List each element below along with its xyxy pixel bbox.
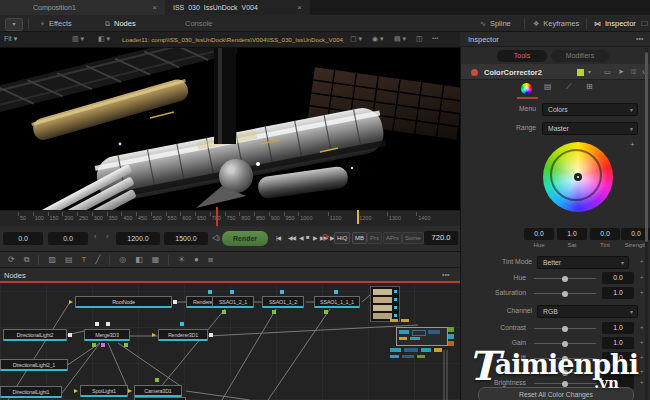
viewer-lut-dropdown[interactable]: ▢ ▾	[350, 35, 362, 43]
color-wheel[interactable]	[543, 142, 613, 212]
text-tool-icon[interactable]: T	[82, 255, 87, 264]
keyframe-dot-icon[interactable]: +	[640, 324, 644, 330]
lock-icon[interactable]: ⚿	[631, 68, 636, 76]
chevron-down-icon[interactable]: ▾	[588, 68, 591, 75]
range-start-field[interactable]: 1200.0	[116, 232, 160, 245]
prev-key-button[interactable]: ‹	[94, 233, 96, 240]
effects-button[interactable]: ⚡ Effects	[40, 17, 72, 30]
node-output-pin[interactable]	[173, 300, 177, 304]
layer-select-dropdown[interactable]: ▥ ▾	[72, 35, 84, 43]
contrast-slider-thumb[interactable]	[562, 326, 568, 332]
lift-slider-track[interactable]	[534, 358, 596, 359]
background-tool-icon[interactable]: ▨	[48, 255, 56, 264]
keyframe-dot-icon[interactable]: +	[640, 274, 644, 280]
next-key-button[interactable]: ›	[106, 233, 108, 240]
hue-slider-track[interactable]	[534, 278, 596, 279]
sat-value-box[interactable]: 1.0	[557, 228, 587, 240]
viewer-more-menu[interactable]: •••	[432, 35, 438, 41]
render-button[interactable]: Render	[222, 231, 268, 246]
nodes-button[interactable]: ⧉ Nodes	[105, 17, 136, 30]
keyframes-button[interactable]: ❖ Keyframes	[533, 17, 579, 30]
node-rootnode[interactable]: RootNode	[75, 296, 172, 308]
playhead[interactable]	[216, 207, 218, 226]
hue-value-box[interactable]: 0.0	[524, 228, 554, 240]
gamma-slider-thumb[interactable]	[562, 370, 568, 376]
node-graph[interactable]: RootNode Renderer3D1_3 SSAO1_2_1 SSAO1_1…	[0, 285, 460, 400]
timeline-marker-1200[interactable]	[357, 210, 359, 224]
tab-composition1[interactable]: Composition1 ×	[25, 0, 165, 15]
gain-slider-thumb[interactable]	[562, 341, 568, 347]
split-view-icon[interactable]: ◫	[416, 35, 423, 43]
tool-color-dot[interactable]	[471, 69, 478, 76]
inspector-scrollbar[interactable]	[645, 48, 648, 400]
node-directionallight1[interactable]: DirectionalLight1	[0, 386, 62, 398]
timeline-ruler[interactable]: 5010015020025030035040045050055060065070…	[0, 210, 460, 226]
node-output-pin[interactable]	[209, 333, 213, 337]
tab-tools[interactable]: Tools	[497, 50, 547, 62]
polyline-tool-icon[interactable]: ╱	[95, 255, 100, 264]
inspector-more-menu[interactable]: •••	[636, 35, 643, 42]
node-directionallight2-1[interactable]: DirectionalLight2_1	[0, 359, 68, 371]
play-button[interactable]: ▶	[313, 234, 317, 241]
node-input-pin[interactable]	[95, 322, 99, 326]
time-field-1[interactable]: 0.0	[3, 232, 43, 245]
node-view-dot[interactable]	[208, 290, 212, 294]
node-aux-dot[interactable]	[101, 343, 105, 347]
tab-correction-icon[interactable]: ⟋	[566, 82, 572, 92]
mask-tool-icon[interactable]: ◎	[119, 255, 126, 264]
tab-iss-comp[interactable]: ISS_030_IssUnDock_V004 ×	[165, 0, 310, 15]
stop-button[interactable]: ■	[306, 234, 309, 240]
group-tool-icon[interactable]: ⧈	[208, 255, 213, 265]
tab-levels-icon[interactable]: ▤	[544, 82, 552, 91]
gradient-tool-icon[interactable]: ◧	[135, 255, 143, 264]
motionblur-toggle[interactable]: MB	[352, 232, 367, 244]
node-aux-dot[interactable]	[155, 378, 159, 382]
proxy-toggle[interactable]: Prx	[367, 232, 382, 244]
merge-tool-icon[interactable]: ⧉	[24, 255, 30, 265]
lift-slider-value[interactable]: 0.0	[602, 352, 634, 364]
tab-color-wheel-icon[interactable]	[521, 83, 532, 94]
gamma-slider-track[interactable]	[534, 372, 596, 373]
channel-select-dropdown[interactable]: ◧ ▾	[98, 35, 110, 43]
node-view-dot[interactable]	[180, 322, 184, 326]
hue-slider-value[interactable]: 0.0	[602, 272, 634, 284]
keyframe-dot-icon[interactable]: +	[640, 354, 644, 360]
hue-slider-thumb[interactable]	[562, 276, 568, 282]
lift-slider-thumb[interactable]	[562, 356, 568, 362]
node-view-dot[interactable]	[230, 290, 234, 294]
channel-dropdown[interactable]: RGB ▾	[537, 305, 638, 318]
node-ssao1-2-1[interactable]: SSAO1_2_1	[212, 296, 254, 308]
time-field-2[interactable]: 0.0	[48, 232, 88, 245]
contrast-slider-value[interactable]: 1.0	[602, 322, 634, 334]
node-input-pin[interactable]	[106, 322, 110, 326]
saturation-slider-track[interactable]	[534, 293, 596, 294]
node-directionallight2[interactable]: DirectionalLight2	[3, 329, 67, 341]
matte-tool-icon[interactable]: ▦	[152, 255, 160, 264]
node-view-dot[interactable]	[334, 290, 338, 294]
gain-slider-track[interactable]	[534, 343, 596, 344]
menu-dropdown[interactable]: Colors ▾	[542, 103, 638, 116]
gain-slider-value[interactable]: 1.0	[602, 337, 634, 349]
reset-all-color-changes-button[interactable]: Reset All Color Changes	[478, 387, 634, 400]
pin-icon[interactable]: ➤	[618, 68, 624, 76]
tint-mode-dropdown[interactable]: Better ▾	[537, 256, 629, 269]
saturation-slider-thumb[interactable]	[562, 291, 568, 297]
node-renderer3d1[interactable]: Renderer3D1	[158, 329, 208, 341]
fast-reverse-button[interactable]: ◀◀	[288, 234, 295, 241]
viewer-gamut-dropdown[interactable]: ◉ ▾	[372, 35, 384, 43]
node-aux-dot[interactable]	[92, 343, 96, 347]
viewer-image[interactable]	[0, 48, 460, 210]
saturation-slider-value[interactable]: 1.0	[602, 287, 634, 299]
console-button[interactable]: Console	[185, 17, 213, 30]
tint-value-box[interactable]: 0.0	[590, 228, 620, 240]
node-camera3d1[interactable]: Camera3D1	[134, 385, 182, 397]
keyframe-dot-icon[interactable]: +	[640, 379, 644, 385]
node-aux-dot[interactable]	[222, 310, 226, 314]
node-ssao1-1-2[interactable]: SSAO1_1_2	[262, 296, 304, 308]
layout-dropdown[interactable]: ▾	[5, 18, 23, 31]
select-tool-icon[interactable]: ⟳	[8, 255, 15, 264]
hiq-toggle[interactable]: HiQ	[334, 232, 350, 244]
brightness-slider-track[interactable]	[534, 383, 596, 384]
node-aux-dot[interactable]	[272, 310, 276, 314]
node-cluster-minimap[interactable]	[388, 315, 458, 395]
